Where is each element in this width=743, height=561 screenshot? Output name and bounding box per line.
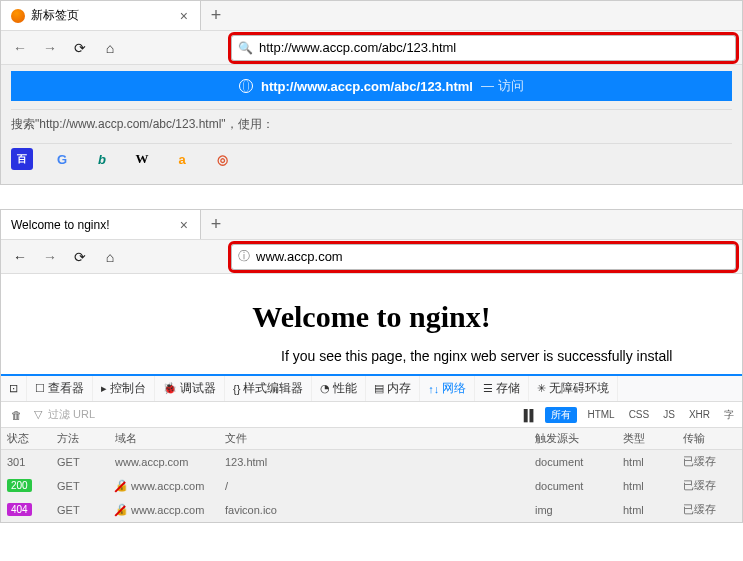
a11y-icon: ✳ bbox=[537, 382, 546, 395]
col-transferred[interactable]: 传输 bbox=[677, 431, 727, 446]
style-icon: {} bbox=[233, 383, 240, 395]
browser-window-1: 新标签页 × + ← → ⟳ ⌂ 🔍 http://www.accp.com/a… bbox=[0, 0, 743, 185]
network-table-body: 301GETwww.accp.com123.htmldocumenthtml已缓… bbox=[1, 450, 742, 522]
network-row[interactable]: 200GET🔒www.accp.com/documenthtml已缓存 bbox=[1, 474, 742, 498]
network-table-header: 状态 方法 域名 文件 触发源头 类型 传输 bbox=[1, 428, 742, 450]
col-method[interactable]: 方法 bbox=[51, 431, 109, 446]
col-status[interactable]: 状态 bbox=[1, 431, 51, 446]
debugger-icon: 🐞 bbox=[163, 382, 177, 395]
devtools-accessibility[interactable]: ✳无障碍环境 bbox=[529, 376, 618, 401]
page-heading: Welcome to nginx! bbox=[1, 300, 742, 334]
engine-wikipedia[interactable]: W bbox=[131, 148, 153, 170]
filter-fonts[interactable]: 字 bbox=[720, 408, 738, 422]
devtools-debugger[interactable]: 🐞调试器 bbox=[155, 376, 225, 401]
engine-bing[interactable]: b bbox=[91, 148, 113, 170]
search-hint: 搜索"http://www.accp.com/abc/123.html"，使用： bbox=[11, 109, 732, 139]
info-icon: ⓘ bbox=[238, 248, 250, 265]
page-description: If you see this page, the nginx web serv… bbox=[1, 348, 742, 364]
back-button[interactable]: ← bbox=[7, 244, 33, 270]
devtools-memory[interactable]: ▤内存 bbox=[366, 376, 420, 401]
devtools-performance[interactable]: ◔性能 bbox=[312, 376, 366, 401]
devtools-network[interactable]: ↑↓网络 bbox=[420, 376, 475, 401]
pause-icon[interactable]: ▌▌ bbox=[520, 409, 540, 421]
engine-duckduckgo[interactable]: ◎ bbox=[211, 148, 233, 170]
url-text: www.accp.com bbox=[256, 249, 729, 264]
firefox-icon bbox=[11, 9, 25, 23]
devtools-tabs: ⊡ ☐查看器 ▸控制台 🐞调试器 {}样式编辑器 ◔性能 ▤内存 ↑↓网络 ☰存… bbox=[1, 374, 742, 402]
forward-button[interactable]: → bbox=[37, 35, 63, 61]
close-tab-icon[interactable]: × bbox=[178, 217, 190, 233]
page-content: Welcome to nginx! If you see this page, … bbox=[1, 274, 742, 374]
filter-url-input[interactable]: 过滤 URL bbox=[48, 407, 514, 422]
browser-tab[interactable]: Welcome to nginx! × bbox=[1, 210, 201, 239]
forward-button[interactable]: → bbox=[37, 244, 63, 270]
filter-xhr[interactable]: XHR bbox=[685, 409, 714, 420]
devtools-inspector[interactable]: ☐查看器 bbox=[27, 376, 93, 401]
tab-strip: 新标签页 × + bbox=[1, 1, 742, 31]
address-bar[interactable]: ⓘ www.accp.com bbox=[231, 244, 736, 270]
picker-icon: ⊡ bbox=[9, 382, 18, 395]
insecure-lock-icon: 🔒 bbox=[115, 503, 129, 516]
engine-google[interactable]: G bbox=[51, 148, 73, 170]
home-button[interactable]: ⌂ bbox=[97, 35, 123, 61]
reload-button[interactable]: ⟳ bbox=[67, 244, 93, 270]
insecure-lock-icon: 🔒 bbox=[115, 479, 129, 492]
devtools-console[interactable]: ▸控制台 bbox=[93, 376, 155, 401]
perf-icon: ◔ bbox=[320, 382, 330, 395]
devtools-picker[interactable]: ⊡ bbox=[1, 376, 27, 401]
devtools-storage[interactable]: ☰存储 bbox=[475, 376, 529, 401]
url-text: http://www.accp.com/abc/123.html bbox=[259, 40, 729, 55]
browser-tab[interactable]: 新标签页 × bbox=[1, 1, 201, 30]
network-icon: ↑↓ bbox=[428, 383, 439, 395]
new-tab-button[interactable]: + bbox=[201, 214, 231, 235]
clear-icon[interactable]: 🗑 bbox=[5, 409, 28, 421]
suggestion-url: http://www.accp.com/abc/123.html bbox=[261, 79, 473, 94]
memory-icon: ▤ bbox=[374, 382, 384, 395]
tab-strip: Welcome to nginx! × + bbox=[1, 210, 742, 240]
filter-html[interactable]: HTML bbox=[583, 409, 618, 420]
nav-toolbar: ← → ⟳ ⌂ 🔍 http://www.accp.com/abc/123.ht… bbox=[1, 31, 742, 65]
filter-js[interactable]: JS bbox=[659, 409, 679, 420]
devtools-style-editor[interactable]: {}样式编辑器 bbox=[225, 376, 312, 401]
nav-toolbar: ← → ⟳ ⌂ ⓘ www.accp.com bbox=[1, 240, 742, 274]
network-row[interactable]: 301GETwww.accp.com123.htmldocumenthtml已缓… bbox=[1, 450, 742, 474]
home-button[interactable]: ⌂ bbox=[97, 244, 123, 270]
back-button[interactable]: ← bbox=[7, 35, 33, 61]
inspector-icon: ☐ bbox=[35, 382, 45, 395]
col-domain[interactable]: 域名 bbox=[109, 431, 219, 446]
search-icon: 🔍 bbox=[238, 41, 253, 55]
filter-icon: ▽ bbox=[34, 408, 42, 421]
url-suggestion[interactable]: http://www.accp.com/abc/123.html — 访问 bbox=[11, 71, 732, 101]
col-cause[interactable]: 触发源头 bbox=[529, 431, 617, 446]
reload-button[interactable]: ⟳ bbox=[67, 35, 93, 61]
tab-title: Welcome to nginx! bbox=[11, 218, 172, 232]
close-tab-icon[interactable]: × bbox=[178, 8, 190, 24]
browser-window-2: Welcome to nginx! × + ← → ⟳ ⌂ ⓘ www.accp… bbox=[0, 209, 743, 523]
tab-title: 新标签页 bbox=[31, 7, 172, 24]
search-engines-row: 百 G b W a ◎ bbox=[11, 143, 732, 178]
address-bar[interactable]: 🔍 http://www.accp.com/abc/123.html bbox=[231, 35, 736, 61]
globe-icon bbox=[239, 79, 253, 93]
storage-icon: ☰ bbox=[483, 382, 493, 395]
col-type[interactable]: 类型 bbox=[617, 431, 677, 446]
suggestion-action: — 访问 bbox=[481, 77, 524, 95]
engine-baidu[interactable]: 百 bbox=[11, 148, 33, 170]
new-tab-button[interactable]: + bbox=[201, 5, 231, 26]
engine-amazon[interactable]: a bbox=[171, 148, 193, 170]
console-icon: ▸ bbox=[101, 382, 107, 395]
network-filter-row: 🗑 ▽ 过滤 URL ▌▌ 所有 HTML CSS JS XHR 字 bbox=[1, 402, 742, 428]
network-row[interactable]: 404GET🔒www.accp.comfavicon.icoimghtml已缓存 bbox=[1, 498, 742, 522]
filter-all[interactable]: 所有 bbox=[545, 407, 577, 423]
col-file[interactable]: 文件 bbox=[219, 431, 529, 446]
filter-css[interactable]: CSS bbox=[625, 409, 654, 420]
